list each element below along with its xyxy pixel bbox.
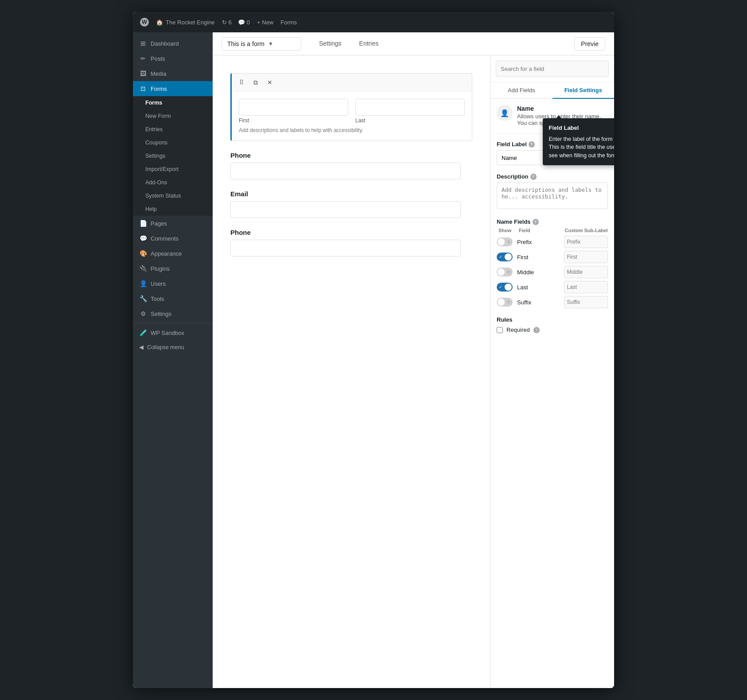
tab-field-settings[interactable]: Field Settings bbox=[552, 82, 615, 99]
submenu-system-status[interactable]: System Status bbox=[133, 189, 213, 202]
sidebar-item-settings[interactable]: ⚙ Settings bbox=[133, 306, 213, 321]
phone-input-1[interactable] bbox=[230, 163, 461, 179]
toggle-first[interactable]: ✓ bbox=[497, 253, 513, 261]
submenu-import-export[interactable]: Import/Export bbox=[133, 163, 213, 176]
sidebar-item-tools[interactable]: 🔧 Tools bbox=[133, 291, 213, 306]
submenu-forms[interactable]: Forms bbox=[133, 96, 213, 109]
field-label-tooltip: Field Label Enter the label of the form … bbox=[543, 118, 615, 165]
email-input[interactable] bbox=[230, 201, 461, 218]
submenu-help[interactable]: Help bbox=[133, 202, 213, 216]
toggle-prefix[interactable]: ✕ bbox=[497, 237, 513, 246]
sidebar-label-plugins: Plugins bbox=[151, 265, 170, 272]
required-label: Required bbox=[506, 327, 530, 333]
name-fields-row: First Last bbox=[239, 99, 465, 124]
tooltip-text: Enter the label of the form field. This … bbox=[549, 135, 615, 160]
tab-settings[interactable]: Settings bbox=[310, 32, 350, 55]
required-checkbox[interactable] bbox=[497, 327, 503, 333]
last-field-name: Last bbox=[517, 284, 561, 291]
sidebar-label-comments: Comments bbox=[151, 235, 179, 242]
last-name-col: Last bbox=[355, 99, 465, 124]
submenu-settings[interactable]: Settings bbox=[133, 149, 213, 163]
sidebar-item-comments[interactable]: 💬 Comments bbox=[133, 231, 213, 246]
first-name-label: First bbox=[239, 117, 348, 124]
field-block-toolbar: ⠿ ⧉ ✕ bbox=[232, 74, 472, 92]
posts-icon: ✏ bbox=[139, 54, 147, 62]
prefix-field-name: Prefix bbox=[517, 239, 561, 245]
email-field-block: Email bbox=[230, 190, 472, 218]
forms-icon: ⊡ bbox=[139, 85, 147, 93]
main-content: This is a form ▼ Settings Entries Previe bbox=[213, 32, 614, 688]
submenu-add-ons[interactable]: Add-Ons bbox=[133, 176, 213, 189]
sidebar-item-appearance[interactable]: 🎨 Appearance bbox=[133, 246, 213, 261]
nf-row-last: ✓ Last bbox=[497, 281, 608, 293]
field-label-help-icon[interactable]: ? bbox=[529, 141, 535, 148]
name-fields-section: Name Fields ? Show Field Custom Sub-Labe… bbox=[497, 218, 608, 308]
suffix-sub-input[interactable] bbox=[564, 296, 608, 308]
plugins-icon: 🔌 bbox=[139, 264, 147, 272]
right-panel: Add Fields Field Settings 👤 Name bbox=[490, 55, 614, 688]
required-help-icon[interactable]: ? bbox=[533, 327, 540, 333]
sidebar-item-dashboard[interactable]: ⊞ Dashboard bbox=[133, 36, 213, 51]
sidebar-item-pages[interactable]: 📄 Pages bbox=[133, 216, 213, 231]
description-help-icon[interactable]: ? bbox=[530, 174, 537, 180]
tab-entries[interactable]: Entries bbox=[350, 32, 388, 55]
first-sub-input[interactable] bbox=[564, 251, 608, 263]
tools-icon: 🔧 bbox=[139, 295, 147, 303]
toggle-suffix-icon: ✕ bbox=[507, 300, 510, 304]
middle-sub-input[interactable] bbox=[564, 266, 608, 278]
last-name-input[interactable] bbox=[355, 99, 465, 116]
name-field-body: First Last Add descriptions and labels t… bbox=[232, 92, 472, 140]
form-selector[interactable]: This is a form ▼ bbox=[222, 37, 301, 51]
first-name-col: First bbox=[239, 99, 348, 124]
layout: ⊞ Dashboard ✏ Posts 🖼 Media ⊡ Forms Form… bbox=[133, 32, 614, 688]
name-fields-help-icon[interactable]: ? bbox=[533, 219, 539, 225]
admin-bar: W 🏠 The Rocket Engine ↻ 6 💬 0 + New Form… bbox=[133, 12, 614, 32]
duplicate-field-button[interactable]: ⧉ bbox=[249, 76, 262, 89]
submenu-new-form[interactable]: New Form bbox=[133, 109, 213, 123]
new-button[interactable]: + New bbox=[257, 19, 273, 26]
sidebar-item-plugins[interactable]: 🔌 Plugins bbox=[133, 261, 213, 276]
prefix-sub-input[interactable] bbox=[564, 236, 608, 248]
right-panel-body: 👤 Name Allows users to enter their name.… bbox=[490, 99, 614, 688]
search-input[interactable] bbox=[496, 61, 609, 77]
toggle-first-icon: ✓ bbox=[499, 255, 502, 259]
forms-link[interactable]: Forms bbox=[280, 19, 297, 26]
nf-row-suffix: ✕ Suffix bbox=[497, 296, 608, 308]
wp-logo[interactable]: W bbox=[140, 18, 149, 27]
update-count[interactable]: ↻ 6 bbox=[222, 19, 232, 26]
description-textarea[interactable]: Add descriptions and labels to he... acc… bbox=[497, 183, 608, 209]
admin-bar-site[interactable]: 🏠 The Rocket Engine bbox=[156, 19, 215, 26]
phone-input-2[interactable] bbox=[230, 240, 461, 257]
sidebar-item-users[interactable]: 👤 Users bbox=[133, 276, 213, 291]
sidebar-item-forms[interactable]: ⊡ Forms bbox=[133, 81, 213, 96]
preview-button[interactable]: Previe bbox=[574, 37, 605, 51]
content-area: ⠿ ⧉ ✕ bbox=[213, 55, 614, 688]
sidebar: ⊞ Dashboard ✏ Posts 🖼 Media ⊡ Forms Form… bbox=[133, 32, 213, 688]
rules-label: Rules bbox=[497, 316, 608, 323]
collapse-menu-button[interactable]: ◀ Collapse menu bbox=[133, 340, 213, 354]
forms-submenu: Forms New Form Entries Coupons Settings … bbox=[133, 96, 213, 216]
phone-field-block-1: Phone bbox=[230, 152, 472, 179]
sidebar-item-posts[interactable]: ✏ Posts bbox=[133, 51, 213, 66]
toggle-middle[interactable]: ✕ bbox=[497, 268, 513, 276]
settings-icon: ⚙ bbox=[139, 310, 147, 318]
tab-add-fields[interactable]: Add Fields bbox=[490, 82, 552, 99]
toggle-middle-icon: ✕ bbox=[507, 270, 510, 274]
submenu-entries[interactable]: Entries bbox=[133, 123, 213, 136]
sidebar-item-wp-sandbox[interactable]: 🧪 WP Sandbox bbox=[133, 325, 213, 340]
duplicate-icon: ⧉ bbox=[253, 79, 258, 86]
last-sub-input[interactable] bbox=[564, 281, 608, 293]
sidebar-item-media[interactable]: 🖼 Media bbox=[133, 66, 213, 81]
drag-handle-button[interactable]: ⠿ bbox=[235, 76, 248, 89]
collapse-icon: ◀ bbox=[139, 344, 144, 350]
delete-field-button[interactable]: ✕ bbox=[264, 76, 276, 89]
phone-field-block-2: Phone bbox=[230, 229, 472, 257]
comment-count[interactable]: 💬 0 bbox=[238, 19, 250, 26]
submenu-coupons[interactable]: Coupons bbox=[133, 136, 213, 149]
sidebar-label-media: Media bbox=[151, 70, 166, 77]
first-name-input[interactable] bbox=[239, 99, 348, 116]
chevron-down-icon: ▼ bbox=[268, 41, 273, 47]
toggle-suffix[interactable]: ✕ bbox=[497, 298, 513, 307]
toggle-last[interactable]: ✓ bbox=[497, 283, 513, 292]
wp-sandbox-label: WP Sandbox bbox=[151, 330, 184, 336]
